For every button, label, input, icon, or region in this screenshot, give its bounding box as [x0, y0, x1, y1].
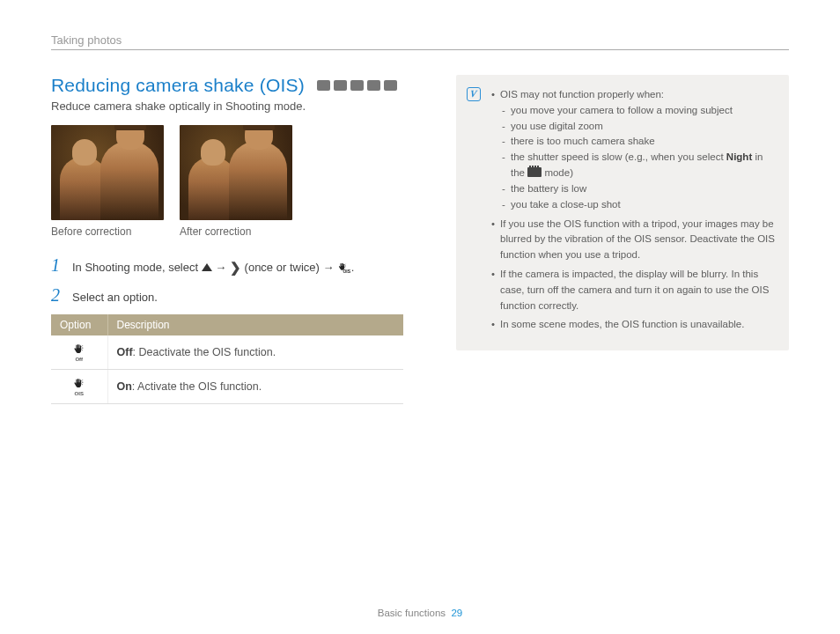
step-2-text: Select an option. [72, 289, 403, 306]
th-option: Option [51, 314, 107, 335]
chevron-right-icon: ❯ [230, 263, 241, 271]
step-1-text-b: (once or twice) → [245, 261, 337, 274]
note-b4: In some scene modes, the OIS function is… [491, 317, 775, 333]
step-1: 1 In Shooting mode, select → ❯ (once or … [51, 255, 403, 276]
th-description: Description [107, 314, 403, 335]
after-caption: After correction [180, 225, 292, 238]
before-caption: Before correction [51, 225, 164, 238]
note-b1f: you take a close-up shot [500, 197, 775, 213]
up-triangle-icon [202, 263, 212, 271]
page-title: Reducing camera shake (OIS) [51, 75, 305, 96]
step-1-arrow-1: → [215, 261, 230, 274]
note-box: V OIS may not function properly when: yo… [456, 75, 789, 350]
scene-mode-icon [350, 80, 364, 91]
on-description: On: Activate the OIS function. [107, 370, 403, 404]
note-b1b: you use digital zoom [500, 119, 775, 135]
step-2-number: 2 [51, 285, 63, 306]
off-description: Off: Deactivate the OIS function. [107, 335, 403, 370]
before-correction-image [51, 125, 164, 220]
note-b1c: there is too much camera shake [500, 134, 775, 150]
subheading: Reduce camera shake optically in Shootin… [51, 100, 403, 113]
dual-mode-icon [367, 80, 380, 91]
note-b1: OIS may not function properly when: [500, 89, 664, 100]
note-b2: If you use the OIS function with a tripo… [491, 217, 775, 263]
mode-icons-group [317, 80, 397, 91]
table-row: OIS On: Activate the OIS function. [51, 370, 403, 404]
step-1-number: 1 [51, 255, 63, 276]
movie-mode-icon [384, 80, 397, 91]
note-b3: If the camera is impacted, the display w… [491, 267, 775, 313]
step-1-text-a: In Shooting mode, select [72, 261, 202, 274]
page-footer: Basic functions 29 [0, 608, 840, 618]
table-row: Off Off: Deactivate the OIS function. [51, 335, 403, 370]
step-1-text-c: . [351, 261, 355, 274]
page-number: 29 [451, 608, 462, 618]
scene-mode-chip-icon [527, 167, 542, 177]
breadcrumb: Taking photos [51, 33, 789, 50]
camera-mode-icon [317, 80, 330, 91]
note-b1a: you move your camera to follow a moving … [500, 103, 775, 119]
note-icon: V [467, 87, 481, 101]
footer-section: Basic functions [378, 608, 446, 618]
after-correction-image [180, 125, 292, 220]
program-mode-icon [334, 80, 347, 91]
note-b1e: the battery is low [500, 181, 775, 197]
step-2: 2 Select an option. [51, 285, 403, 306]
on-option-icon: OIS [51, 370, 107, 404]
note-b1d: the shutter speed is slow (e.g., when yo… [500, 150, 775, 181]
options-table: Option Description Off Off: Deactivate t… [51, 314, 403, 404]
off-option-icon: Off [51, 335, 107, 370]
ois-hand-icon: OIS [337, 262, 348, 273]
